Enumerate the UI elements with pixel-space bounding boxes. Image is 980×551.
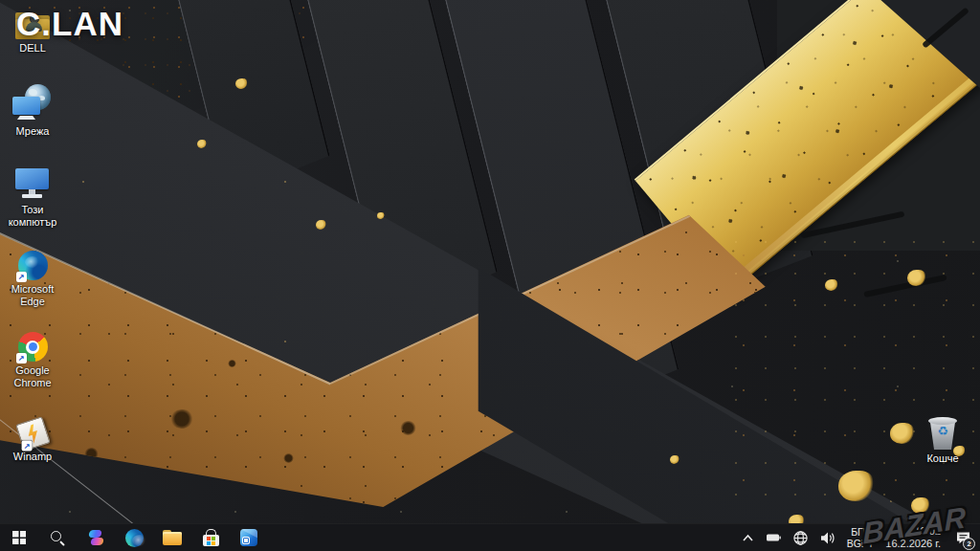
wallpaper-splash — [838, 471, 875, 501]
network-tray-button[interactable] — [791, 524, 811, 551]
microsoft-store-icon — [202, 529, 219, 546]
wallpaper-slab — [603, 0, 826, 306]
watermark-top-left: C.LAN — [16, 5, 123, 43]
edge-taskbar-button[interactable] — [115, 524, 153, 551]
start-button[interactable] — [0, 524, 38, 551]
file-explorer-icon — [163, 530, 182, 546]
wallpaper-slab — [777, 0, 980, 251]
edge-icon — [125, 529, 144, 547]
wallpaper-splash — [825, 279, 838, 291]
wallpaper-splash — [670, 455, 679, 464]
desktop-icon-network[interactable]: Мрежа — [0, 82, 65, 138]
desktop-icon-label: Winamp — [13, 451, 52, 463]
edge-icon — [18, 248, 48, 280]
taskbar: БГР BGPT 10:02 16.2.2026 г. 2 — [0, 523, 980, 551]
wallpaper-charcoal-band — [0, 0, 980, 524]
desktop-icon-label: Мрежа — [16, 125, 50, 138]
battery-icon — [766, 530, 782, 545]
network-icon — [12, 82, 53, 122]
desktop-icon-this-pc[interactable]: Този компютър — [0, 168, 65, 229]
wallpaper-blob — [170, 409, 193, 429]
chevron-up-icon — [741, 532, 755, 543]
battery-tray-button[interactable] — [765, 524, 784, 551]
desktop-icon-recycle-bin[interactable]: Кошче — [910, 413, 975, 465]
wallpaper-gold-band — [635, 0, 980, 293]
wallpaper-blob — [84, 448, 99, 460]
start-icon — [12, 531, 26, 544]
copilot-button[interactable] — [77, 524, 115, 551]
wallpaper-slot — [922, 7, 969, 48]
desktop-icon-label: Microsoft Edge — [0, 283, 65, 308]
desktop-icon-label: Google Chrome — [0, 364, 65, 389]
volume-icon — [820, 531, 835, 545]
search-button[interactable] — [38, 524, 77, 551]
computer-icon — [14, 168, 51, 201]
wallpaper-blob — [488, 316, 501, 326]
notification-badge: 2 — [963, 538, 975, 550]
wallpaper-blob — [228, 360, 236, 367]
wallpaper-splash — [377, 212, 385, 219]
outlook-button[interactable] — [230, 524, 268, 551]
wallpaper-base — [0, 0, 980, 524]
wallpaper-splash — [316, 220, 326, 230]
wallpaper — [0, 0, 980, 524]
shortcut-arrow-icon — [16, 272, 27, 282]
wallpaper-slot — [801, 211, 905, 239]
desktop-icon-label: DELL — [19, 42, 46, 55]
wallpaper-slab — [442, 0, 692, 421]
wallpaper-blob — [400, 421, 416, 435]
winamp-icon — [19, 415, 47, 448]
copilot-icon — [87, 529, 105, 546]
outlook-icon — [240, 529, 257, 546]
wallpaper-gold-stripe — [704, 49, 980, 310]
desktop-icon-chrome[interactable]: Google Chrome — [0, 329, 65, 389]
wallpaper-gold-stripe — [721, 0, 980, 292]
desktop-screen: DELL Мрежа Този компютър Microsoft Edge … — [0, 0, 980, 551]
wallpaper-splash — [907, 270, 926, 286]
wallpaper-edge-line — [330, 215, 690, 384]
desktop-icon-label: Този компютър — [0, 204, 65, 229]
desktop-icon-label: Кошче — [926, 452, 958, 465]
wallpaper-corner-panel — [842, 0, 980, 88]
volume-tray-button[interactable] — [818, 524, 837, 551]
chrome-icon — [18, 329, 48, 362]
wallpaper-slab — [304, 0, 510, 321]
wallpaper-slot — [863, 275, 947, 298]
wallpaper-splash — [235, 78, 248, 89]
wallpaper-copper-chevron — [0, 0, 980, 524]
desktop-icon-edge[interactable]: Microsoft Edge — [0, 248, 65, 308]
desktop-icon-winamp[interactable]: Winamp — [0, 415, 65, 463]
file-explorer-button[interactable] — [153, 524, 191, 551]
shortcut-arrow-icon — [21, 441, 32, 452]
taskbar-app-buttons — [0, 524, 268, 551]
wallpaper-slab — [175, 0, 340, 197]
wallpaper-dark-band — [0, 0, 980, 524]
microsoft-store-button[interactable] — [191, 524, 230, 551]
search-icon — [50, 530, 65, 545]
wallpaper-gold-sparkle-cluster — [727, 230, 980, 524]
network-globe-icon — [792, 530, 809, 546]
wallpaper-blob — [283, 453, 294, 463]
wallpaper-splash — [197, 140, 207, 148]
show-hidden-icons-button[interactable] — [740, 524, 757, 551]
shortcut-arrow-icon — [16, 353, 27, 364]
recycle-bin-icon — [928, 413, 957, 450]
